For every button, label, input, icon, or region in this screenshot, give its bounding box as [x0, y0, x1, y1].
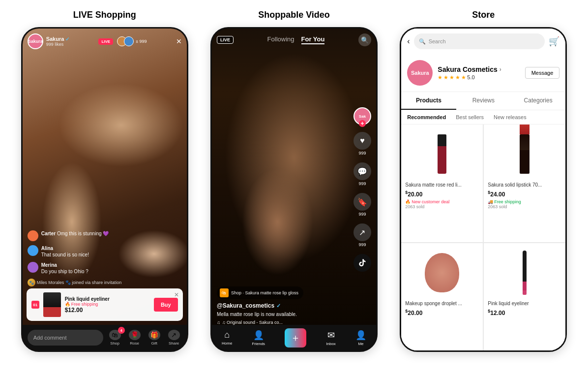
- product-card-1[interactable]: Sakura matte rose red li... $20.00 🔥 New…: [401, 125, 483, 242]
- comment-3: Merina Do you ship to Ohio ?: [28, 262, 182, 275]
- verified-icon: ✓: [65, 36, 69, 42]
- shoppable-tabs: Following For You: [267, 35, 325, 44]
- comment-2: Alina That sound is so nice!: [28, 245, 182, 258]
- fire-icon: 🔥: [405, 199, 411, 204]
- product-shipping-2: 🚚 Free shipping: [488, 199, 561, 204]
- product-image: [43, 292, 61, 317]
- store-products-grid: Sakura matte rose red li... $20.00 🔥 New…: [401, 125, 565, 350]
- product-close-icon[interactable]: ✕: [174, 291, 179, 298]
- rating-value: 5.0: [467, 74, 474, 80]
- subtab-recommended[interactable]: Recommended: [407, 114, 446, 120]
- home-icon: ⌂: [224, 330, 230, 340]
- solid-lipstick-visual: [520, 134, 529, 174]
- buy-button[interactable]: Buy: [154, 298, 178, 312]
- search-icon[interactable]: 🔍: [358, 33, 371, 46]
- shop-product-tag[interactable]: 🛍 Shop · Sakura matte rose lip gloss: [217, 286, 303, 299]
- tab-categories[interactable]: Categories: [511, 92, 565, 110]
- subtab-best-sellers[interactable]: Best sellers: [456, 114, 484, 120]
- live-top-bar: Sakura Sakura ✓ 999 likes LIVE: [28, 33, 182, 49]
- rose-label: Rose: [130, 341, 139, 346]
- shoppable-video-phone: LIVE Following For You 🔍 Sak + ♥ 9: [210, 27, 378, 352]
- nav-home[interactable]: ⌂ Home: [222, 330, 232, 346]
- live-pill: LIVE: [217, 36, 234, 44]
- product-price-1: $20.00: [405, 190, 479, 198]
- product-deal-1: 🔥 New customer deal: [405, 199, 479, 204]
- viewer-avatar-2: [124, 36, 134, 46]
- follow-plus-icon: +: [359, 120, 366, 127]
- verified-checkmark-icon: ✓: [276, 303, 281, 309]
- friends-icon: 👤: [253, 330, 264, 341]
- live-viewers: LIVE ± 999: [98, 36, 147, 46]
- liquid-lipstick-visual: [438, 134, 446, 174]
- product-number: 01: [31, 301, 39, 309]
- product-info: Pink liquid eyeliner 🔥 Free shipping $12…: [65, 296, 150, 314]
- store-rating: ★ ★ ★ ★ ★ 5.0: [438, 74, 520, 81]
- rose-icon-btn[interactable]: 🌹 Rose: [127, 330, 143, 346]
- comment-1: Carter Omg this is stunning 💜: [28, 230, 182, 241]
- rose-icon: 🌹: [129, 330, 141, 340]
- bookmark-icon: 🔖: [353, 193, 371, 211]
- chevron-right-icon: ›: [500, 66, 501, 73]
- comment-action[interactable]: 💬 999: [353, 162, 371, 186]
- store-search-bar[interactable]: 🔍 Search: [414, 33, 545, 49]
- product-card-4[interactable]: Pink liquid eyeliner $12.00: [484, 243, 565, 351]
- back-button[interactable]: ‹: [407, 37, 410, 46]
- bookmark-action[interactable]: 🔖 999: [353, 193, 371, 217]
- shoppable-video-title: Shoppable Video: [258, 10, 330, 20]
- eyeliner-visual: [523, 251, 527, 295]
- nav-inbox[interactable]: ✉ Inbox: [326, 330, 336, 346]
- comment-avatar-3: [28, 262, 38, 273]
- star-2: ★: [443, 74, 448, 81]
- message-button[interactable]: Message: [525, 67, 560, 79]
- comment-input[interactable]: Add comment: [28, 330, 103, 346]
- store-title: Store: [472, 10, 495, 20]
- add-video-button[interactable]: ＋: [285, 328, 306, 347]
- star-5: ★: [461, 74, 466, 81]
- share-label: Share: [169, 341, 179, 346]
- search-placeholder: Search: [429, 38, 446, 44]
- shop-icon-btn[interactable]: 🛍 Shop 4: [107, 330, 123, 346]
- comment-icon: 💬: [353, 162, 371, 180]
- star-3: ★: [449, 74, 454, 81]
- nav-me[interactable]: 👤 Me: [355, 330, 366, 346]
- like-action[interactable]: ♥ 999: [353, 132, 371, 156]
- lipstick-color-top: [520, 125, 529, 134]
- heart-icon: ♥: [353, 132, 371, 150]
- product-price: $12.00: [65, 307, 150, 314]
- search-icon: 🔍: [419, 38, 426, 45]
- creator-handle: @Sakura_cosmetics ✓: [217, 302, 347, 309]
- product-price-3: $20.00: [405, 309, 479, 316]
- store-tabs: Products Reviews Categories: [401, 92, 565, 110]
- store-header: ‹ 🔍 Search 🛒: [401, 29, 565, 54]
- product-price-4: $12.00: [488, 309, 561, 316]
- audio-info: ♫ ♫ Original sound - Sakura co...: [217, 320, 347, 325]
- creator-follow-button[interactable]: Sak +: [353, 107, 371, 125]
- product-card-3[interactable]: Makeup sponge droplet ... $20.00: [401, 243, 483, 351]
- live-shopping-title: LIVE Shopping: [73, 10, 136, 20]
- tab-for-you[interactable]: For You: [301, 35, 325, 44]
- subtab-new-releases[interactable]: New releases: [494, 114, 527, 120]
- gift-icon-btn[interactable]: 🎁 Gift: [147, 330, 162, 346]
- right-action-bar: Sak + ♥ 999 💬 999 🔖 999: [353, 107, 371, 272]
- product-image-1: [405, 129, 479, 179]
- tab-following[interactable]: Following: [267, 35, 294, 44]
- product-card-2[interactable]: Sakura solid lipstick 70... $24.00 🚚 Fre…: [484, 125, 565, 242]
- inbox-icon: ✉: [327, 330, 335, 341]
- close-icon[interactable]: ✕: [176, 37, 182, 45]
- nav-add[interactable]: ＋: [285, 328, 306, 347]
- share-icon-btn[interactable]: ↗ Share: [166, 330, 182, 346]
- join-message: 🐾 Miles Morales 🐾 joined via share invit…: [28, 279, 182, 286]
- nav-friends[interactable]: 👤 Friends: [252, 330, 265, 346]
- tab-reviews[interactable]: Reviews: [456, 92, 511, 110]
- product-image-4: [488, 248, 561, 297]
- cart-icon[interactable]: 🛒: [549, 36, 559, 47]
- tab-products[interactable]: Products: [401, 92, 456, 110]
- profile-icon: 👤: [355, 330, 366, 341]
- store-phone: ‹ 🔍 Search 🛒 Sakura Sakura Cosmetics ›: [400, 27, 567, 352]
- share-arrow-icon: ↗: [353, 223, 371, 241]
- comment-avatar-2: [28, 245, 38, 256]
- music-icon: ♫: [217, 320, 220, 325]
- product-name-2: Sakura solid lipstick 70...: [488, 182, 561, 188]
- share-action[interactable]: ↗ 999: [353, 223, 371, 247]
- comment-text-3: Merina Do you ship to Ohio ?: [41, 262, 88, 275]
